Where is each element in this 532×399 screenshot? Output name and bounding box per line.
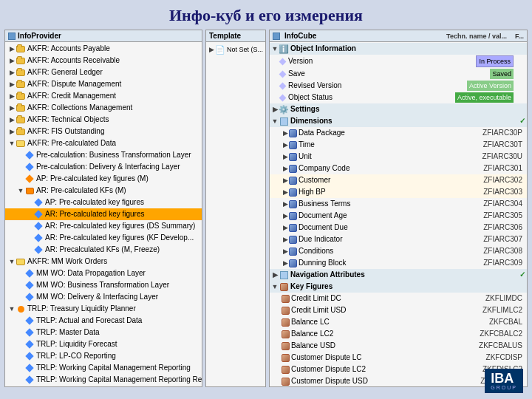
tree-item[interactable]: TRLP: LP-CO Reporting (5, 350, 202, 362)
dim-techname: ZFIARC309 (483, 258, 522, 268)
tree-item[interactable]: Pre-calculation: Business Transformation… (5, 149, 202, 161)
tree-item[interactable]: ▼ AR: Pre-calculated KFs (M) (5, 185, 202, 197)
settings-section[interactable]: ▶ ⚙️ Settings (270, 103, 527, 115)
kf-balance-usd[interactable]: Balance USD ZKFCBALUS (270, 340, 527, 352)
tree-item[interactable]: ▶ AKFR: Dispute Management (5, 78, 202, 90)
dim-techname: ZFIARC30U (482, 151, 522, 162)
tree-item[interactable]: ▶ AKFR: Accounts Payable (5, 43, 202, 55)
expand-icon[interactable]: ▶ (282, 153, 289, 160)
expand-icon[interactable]: ▶ (282, 248, 289, 255)
tree-item[interactable]: ▶ AKFR: General Ledger (5, 66, 202, 78)
dim-doc-due[interactable]: ▶ Document Due ZFIARC306 (270, 222, 527, 233)
template-item[interactable]: ▶ 📄 Not Set (S... (206, 43, 265, 56)
expand-icon (26, 234, 33, 242)
expand-icon[interactable]: ▶ (282, 259, 289, 267)
dim-business-terms[interactable]: ▶ Business Terms ZFIARC304 (270, 198, 527, 210)
dim-conditions[interactable]: ▶ Conditions ZFIARC308 (270, 245, 527, 257)
dim-dunning[interactable]: ▶ Dunning Block ZFIARC309 (270, 257, 527, 269)
expand-icon[interactable]: ▶ (282, 141, 289, 149)
keyfig-icon (282, 378, 290, 386)
tree-item[interactable]: TRLP: Archive (5, 386, 202, 386)
tree-item[interactable]: MM WO: Business Transformation Layer (5, 279, 202, 291)
kf-techname: ZKFCBALC2 (480, 329, 522, 339)
expand-icon (17, 317, 24, 324)
expand-icon[interactable]: ▶ (8, 104, 16, 112)
kf-cust-dispute-lc[interactable]: Customer Dispute LC ZKFCDISP (270, 352, 527, 364)
dim-data-package[interactable]: ▶ Data Package ZFIARC30P (270, 127, 527, 139)
infocube-content[interactable]: ▼ ℹ️ Object Information Version In Proce… (270, 42, 527, 386)
expand-icon[interactable]: ▼ (271, 117, 279, 125)
expand-icon[interactable]: ▶ (8, 128, 16, 135)
dim-high-bp[interactable]: ▶ High BP ZFIARC303 (270, 186, 527, 198)
template-content[interactable]: ▶ 📄 Not Set (S... (206, 42, 265, 386)
expand-icon[interactable]: ▶ (282, 212, 289, 219)
tree-item[interactable]: MM WO: Data Propagation Layer (5, 267, 202, 279)
title-bar: Инфо-куб и его измерения (0, 0, 532, 30)
expand-icon[interactable]: ▶ (282, 188, 289, 196)
kf-balance-lc[interactable]: Balance LC ZKFCBAL (270, 316, 527, 328)
expand-icon[interactable]: ▼ (271, 45, 279, 52)
expand-icon[interactable]: ▶ (282, 200, 289, 208)
tree-item[interactable]: ▼ AKFR: Pre-calculated Data (5, 137, 202, 149)
dim-icon (289, 224, 297, 232)
tree-item[interactable]: ▼ TRLP: Treasury Liquidity Planner (5, 303, 202, 315)
dim-unit[interactable]: ▶ Unit ZFIARC30U (270, 151, 527, 163)
tree-item[interactable]: AR: Pre-calculated key figures (KF Devel… (5, 232, 202, 244)
expand-icon[interactable]: ▼ (8, 305, 16, 313)
key-figures-section[interactable]: ▼ Key Figures (270, 281, 527, 293)
tree-item[interactable]: ▶ AKFR: Technical Objects (5, 114, 202, 126)
tree-item[interactable]: ▶ AKFR: Accounts Receivable (5, 55, 202, 66)
tree-item[interactable]: Pre-calculation: Delivery & Interfacing … (5, 161, 202, 173)
tree-item[interactable]: TRLP: Liquidity Forecast (5, 338, 202, 350)
tree-item[interactable]: AR: Precalculated KFs (M, Freeze) (5, 244, 202, 256)
tree-item-selected[interactable]: AR: Pre-calculated key figures (5, 208, 202, 220)
expand-icon[interactable]: ▶ (8, 45, 16, 52)
expand-icon[interactable]: ▶ (8, 92, 16, 100)
tree-item[interactable]: TRLP: Working Capital Management Reporti… (5, 374, 202, 386)
expand-icon (26, 222, 33, 230)
tree-item[interactable]: TRLP: Actual and Forecast Data (5, 315, 202, 327)
expand-icon[interactable]: ▶ (271, 271, 279, 279)
expand-icon[interactable]: ▶ (8, 57, 16, 64)
tree-item[interactable]: AP: Pre-calculated key figures (M) (5, 173, 202, 185)
dim-doc-age[interactable]: ▶ Document Age ZFIARC305 (270, 210, 527, 222)
tree-item[interactable]: MM WO: Delivery & Interfacing Layer (5, 291, 202, 303)
nav-attr-section[interactable]: ▶ Navigation Attributes ✓ (270, 269, 527, 281)
tree-item[interactable]: AR: Pre-calculated key figures (DS Summa… (5, 220, 202, 232)
tree-item[interactable]: AP: Pre-calculated key figures (5, 197, 202, 208)
expand-icon[interactable]: ▶ (282, 236, 289, 243)
dimensions-section[interactable]: ▼ Dimensions ✓ (270, 115, 527, 127)
expand-icon (17, 151, 24, 159)
template-header: Template (206, 30, 265, 42)
kf-credit-limit-usd[interactable]: Credit Limit USD ZKFLIMLC2 (270, 304, 527, 316)
dim-due-indicator[interactable]: ▶ Due Indicator ZFIARC307 (270, 233, 527, 245)
tree-item[interactable]: TRLP: Working Capital Management Reporti… (5, 362, 202, 374)
expand-icon[interactable]: ▶ (8, 116, 16, 123)
folder-open-icon (16, 138, 26, 149)
tree-item[interactable]: ▶ AKFR: Credit Management (5, 90, 202, 102)
keyfig-icon (282, 318, 290, 327)
expand-icon[interactable]: ▶ (282, 129, 289, 137)
tree-item[interactable]: ▼ AKFR: MM Work Orders (5, 256, 202, 267)
expand-icon[interactable]: ▶ (8, 81, 16, 88)
tree-item[interactable]: ▶ AKFR: Collections Management (5, 102, 202, 114)
dim-time[interactable]: ▶ Time ZFIARC30T (270, 139, 527, 151)
dim-icon (289, 200, 297, 208)
expand-icon[interactable]: ▼ (8, 258, 16, 265)
expand-icon[interactable]: ▼ (8, 140, 16, 147)
dim-customer[interactable]: ▶ Customer ZFIARC302 (270, 174, 527, 186)
expand-icon[interactable]: ▶ (282, 177, 289, 184)
expand-icon[interactable]: ▶ (8, 69, 16, 76)
tree-item[interactable]: ▶ AKFR: FIS Outstanding (5, 126, 202, 137)
kf-credit-limit-dc[interactable]: Credit Limit DC ZKFLIMDC (270, 293, 527, 304)
kf-balance-lc2[interactable]: Balance LC2 ZKFCBALC2 (270, 328, 527, 340)
infoprovider-tree[interactable]: ▶ AKFR: Accounts Payable ▶ AKFR: Account… (5, 42, 202, 386)
tree-item[interactable]: TRLP: Master Data (5, 327, 202, 338)
object-info-section[interactable]: ▼ ℹ️ Object Information (270, 43, 527, 55)
expand-icon[interactable]: ▶ (271, 106, 279, 113)
expand-icon[interactable]: ▶ (282, 224, 289, 231)
expand-icon[interactable]: ▼ (17, 187, 24, 194)
dim-company-code[interactable]: ▶ Company Code ZFIARC301 (270, 163, 527, 174)
expand-icon[interactable]: ▼ (271, 283, 279, 290)
expand-icon[interactable]: ▶ (282, 165, 289, 172)
